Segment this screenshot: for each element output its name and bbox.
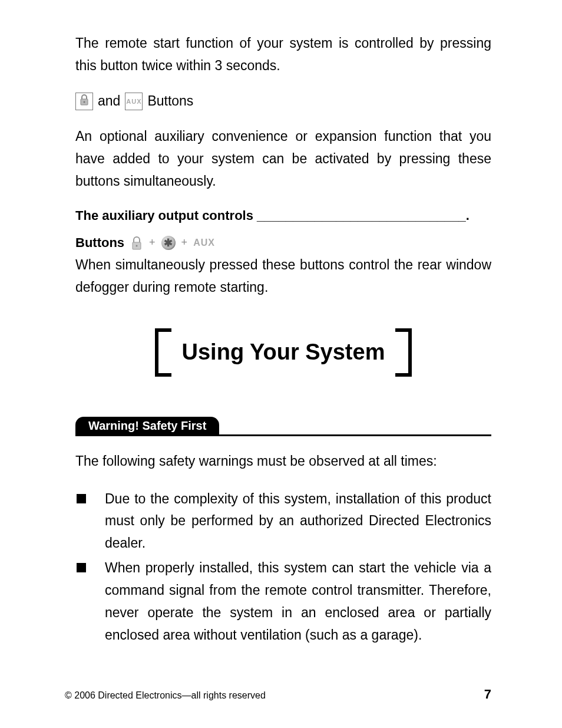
page-number: 7	[484, 687, 491, 702]
intro-paragraph: The remote start function of your system…	[75, 32, 491, 77]
aux-controls-blank-line: The auxiliary output controls __________…	[75, 208, 491, 223]
section-heading: Using Your System	[75, 328, 491, 379]
safety-list: Due to the complexity of this system, in…	[75, 488, 491, 647]
aux-paragraph: An optional auxiliary convenience or exp…	[75, 126, 491, 193]
star-icon: ✱	[161, 236, 176, 250]
lock-aux-buttons-heading: and AUX Buttons	[75, 93, 491, 110]
aux-icon: AUX	[193, 238, 215, 248]
section-title-text: Using Your System	[182, 340, 385, 365]
aux-icon: AUX	[125, 93, 143, 110]
lock-icon	[130, 235, 143, 251]
buttons-text: Buttons	[147, 93, 193, 109]
defogger-paragraph: When simultaneously pressed these button…	[75, 254, 491, 299]
list-item: Due to the complexity of this system, in…	[75, 488, 491, 555]
bracket-left-icon	[155, 328, 171, 377]
buttons-combo-heading: Buttons + ✱ + AUX	[75, 235, 491, 251]
and-text: and	[98, 93, 120, 109]
plus-icon: +	[181, 236, 188, 249]
svg-point-3	[136, 245, 138, 246]
svg-point-1	[84, 101, 85, 103]
plus-icon: +	[149, 236, 156, 249]
copyright-text: © 2006 Directed Electronics—all rights r…	[65, 690, 266, 701]
warning-label: Warning! Safety First	[75, 417, 219, 435]
warning-header: Warning! Safety First	[75, 414, 491, 436]
list-item: When properly installed, this system can…	[75, 557, 491, 647]
page-footer: © 2006 Directed Electronics—all rights r…	[65, 687, 491, 702]
buttons-label: Buttons	[75, 235, 124, 251]
manual-page: The remote start function of your system…	[0, 0, 562, 728]
warning-intro: The following safety warnings must be ob…	[75, 450, 491, 473]
lock-icon	[75, 93, 93, 110]
bracket-right-icon	[395, 328, 412, 377]
